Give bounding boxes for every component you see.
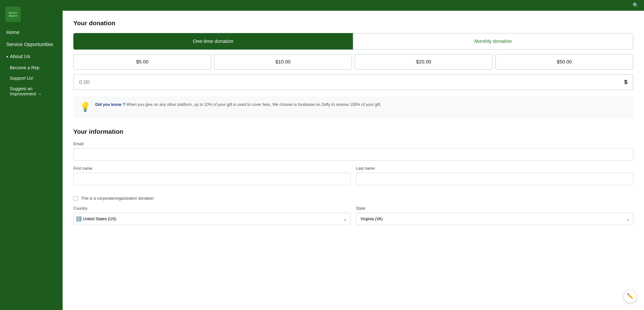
- chevron-down-icon: ▾: [6, 54, 8, 59]
- search-button[interactable]: 🔍: [632, 2, 639, 8]
- state-field-group: State Virginia (VA) ⌄: [356, 206, 633, 225]
- first-name-label: First name: [73, 166, 350, 171]
- sidebar-item-about-us-label: About Us: [10, 54, 30, 59]
- sidebar-navigation: Home Service Opportunities ▾ About Us Be…: [0, 26, 62, 99]
- first-name-field-group: First name: [73, 166, 350, 185]
- sidebar-item-service-opportunities[interactable]: Service Opportunities: [0, 38, 62, 50]
- amount-20-button[interactable]: $20.00: [355, 54, 492, 70]
- content-area: Your donation One-time donation Monthly …: [62, 11, 644, 310]
- corporate-checkbox-row: This is a corporate/organization donatio…: [73, 196, 633, 201]
- name-row: First name Last name: [73, 166, 633, 191]
- sidebar-item-suggest-improvement-label: Suggest an Improvement →: [10, 86, 42, 96]
- corporate-checkbox-label: This is a corporate/organization donatio…: [81, 196, 154, 201]
- lightbulb-icon: 💡: [80, 102, 91, 112]
- search-icon: 🔍: [632, 2, 639, 8]
- sidebar-item-about-us[interactable]: ▾ About Us: [0, 50, 62, 62]
- sidebar-item-home[interactable]: Home: [0, 26, 62, 38]
- donation-section-title: Your donation: [73, 20, 633, 27]
- country-select[interactable]: United States (US): [73, 213, 350, 225]
- pencil-icon: ✏️: [627, 293, 634, 299]
- sidebar-item-support-us[interactable]: Support Us!: [0, 73, 62, 83]
- state-label: State: [356, 206, 633, 211]
- dollar-sign-icon: $: [624, 79, 628, 85]
- first-name-input[interactable]: [73, 173, 350, 185]
- custom-amount-field: $: [73, 74, 633, 90]
- top-bar: 🔍: [62, 0, 644, 11]
- info-banner-text: Did you know ? When you give on any othe…: [95, 102, 381, 108]
- corporate-checkbox[interactable]: [73, 196, 78, 201]
- amount-5-button[interactable]: $5.00: [73, 54, 211, 70]
- last-name-field-group: Last name: [356, 166, 633, 185]
- info-banner: 💡 Did you know ? When you give on any ot…: [73, 96, 633, 117]
- sidebar-item-service-opportunities-label: Service Opportunities: [6, 41, 53, 47]
- country-label: Country: [73, 206, 350, 211]
- last-name-input[interactable]: [356, 173, 633, 185]
- info-icon: ℹ️: [76, 216, 82, 222]
- did-you-know-label: Did you know ?: [95, 102, 125, 107]
- sidebar-item-become-a-rep[interactable]: Become a Rep: [0, 62, 62, 73]
- sidebar-item-support-us-label: Support Us!: [10, 76, 34, 81]
- email-input[interactable]: [73, 148, 633, 161]
- sidebar-logo: Service Square: [0, 4, 62, 26]
- monthly-donation-button[interactable]: Monthly donation: [353, 33, 633, 49]
- logo: Service Square: [5, 7, 20, 22]
- country-state-row: Country ℹ️ United States (US) ⌄ State Vi…: [73, 206, 633, 225]
- floating-edit-button[interactable]: ✏️: [624, 290, 637, 303]
- main-content: Your donation One-time donation Monthly …: [62, 0, 644, 310]
- your-information-title: Your information: [73, 128, 633, 135]
- donation-type-row: One-time donation Monthly donation: [73, 33, 633, 49]
- sidebar-item-become-a-rep-label: Become a Rep: [10, 65, 39, 70]
- state-select-wrapper: Virginia (VA) ⌄: [356, 213, 633, 225]
- amount-options-row: $5.00 $10.00 $20.00 $50.00: [73, 54, 633, 70]
- state-select[interactable]: Virginia (VA): [356, 213, 633, 225]
- sidebar-item-suggest-improvement[interactable]: Suggest an Improvement →: [0, 83, 62, 99]
- last-name-label: Last name: [356, 166, 633, 171]
- country-field-group: Country ℹ️ United States (US) ⌄: [73, 206, 350, 225]
- email-label: Email: [73, 142, 633, 146]
- sidebar: Service Square Home Service Opportunitie…: [0, 0, 62, 310]
- one-time-donation-button[interactable]: One-time donation: [73, 33, 353, 49]
- amount-10-button[interactable]: $10.00: [214, 54, 352, 70]
- country-select-wrapper: ℹ️ United States (US) ⌄: [73, 213, 350, 225]
- email-field-group: Email: [73, 142, 633, 161]
- info-banner-body: When you give on any other platform, up …: [125, 102, 381, 107]
- custom-amount-input[interactable]: [79, 79, 624, 85]
- sidebar-item-home-label: Home: [6, 29, 20, 35]
- amount-50-button[interactable]: $50.00: [495, 54, 633, 70]
